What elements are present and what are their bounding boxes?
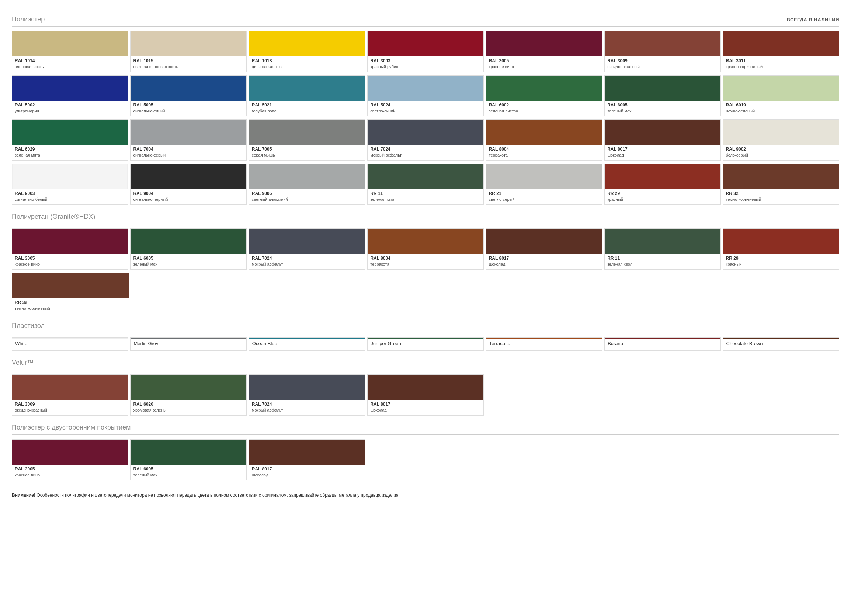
notice-bold: Внимание! (12, 493, 35, 498)
velur-title: Velur™ (12, 359, 33, 367)
color-info: RAL 7024мокрый асфальт (249, 254, 365, 269)
color-swatch (723, 75, 839, 100)
color-card: RAL 1014слоновая кость (12, 31, 128, 72)
color-info: RAL 3011красно-коричневый (723, 56, 839, 72)
color-name: красный (726, 262, 836, 267)
color-name: сигнально-белый (15, 197, 125, 202)
color-card: RAL 8017шоколад (604, 119, 720, 160)
color-info: RAL 7024мокрый асфальт (368, 145, 483, 160)
plastizol-label: Chocolate Brown (726, 341, 763, 346)
color-code: RAL 7005 (252, 147, 362, 153)
color-info: RAL 7004сигнально-серый (131, 145, 246, 160)
color-name: слоновая кость (15, 64, 125, 69)
color-swatch (249, 439, 365, 465)
color-info: RAL 6020хромовая зелень (131, 400, 246, 415)
color-card: RAL 3003красный рубин (367, 31, 483, 72)
color-swatch (12, 31, 128, 56)
color-swatch (486, 229, 602, 254)
color-swatch (368, 120, 483, 145)
plastizol-info: Merlin Grey (131, 339, 246, 351)
color-name: шоколад (252, 472, 362, 478)
color-row: RAL 3009оксидно-красныйRAL 6020хромовая … (12, 374, 839, 415)
color-swatch (12, 229, 128, 254)
color-card: RAL 9002бело-серый (723, 119, 839, 160)
color-code: RAL 8004 (489, 147, 599, 153)
color-card: RAL 8004терракота (367, 228, 483, 270)
color-code: RAL 1014 (15, 58, 125, 64)
polyester-double-grid: RAL 3005красное виноRAL 6005зеленый мохR… (12, 439, 839, 480)
color-code: RR 32 (15, 300, 126, 306)
color-card: RAL 8004терракота (486, 119, 602, 160)
color-row: RAL 6029зеленая мятаRAL 7004сигнально-се… (12, 119, 839, 160)
color-name: зеленый мох (133, 472, 244, 478)
color-name: светло-серый (489, 197, 599, 202)
color-name: зеленый мох (133, 262, 244, 267)
color-code: RR 32 (726, 191, 836, 197)
color-name: светлая слоновая кость (133, 64, 244, 69)
color-row: RAL 1014слоновая костьRAL 1015светлая сл… (12, 31, 839, 72)
color-card: RR 11зеленая хвоя (367, 163, 483, 205)
color-swatch (368, 75, 483, 100)
color-name: темно-коричневый (726, 197, 836, 202)
color-name: шоколад (489, 262, 599, 267)
color-info: RAL 1018цинково-желтый (249, 56, 365, 72)
color-card: RR 32темно-коричневый (723, 163, 839, 205)
color-card: RAL 9004сигнально-черный (130, 163, 246, 205)
color-card: RAL 5005сигнально-синий (130, 75, 246, 117)
color-info: RAL 1014слоновая кость (12, 56, 128, 72)
color-card: RAL 7024мокрый асфальт (367, 119, 483, 160)
color-swatch (486, 164, 602, 189)
color-code: RAL 1015 (133, 58, 244, 64)
color-info: RAL 6019нежно-зеленый (723, 100, 839, 116)
color-card: RR 29красный (604, 163, 720, 205)
polyurethane-section-header: Полиуретан (Granite®HDX) (12, 213, 839, 221)
plastizol-card: White (12, 337, 128, 351)
color-code: RAL 9002 (726, 147, 836, 153)
color-info: RAL 5024светло-синий (368, 100, 483, 116)
color-name: светлый алюминий (252, 197, 362, 202)
plastizol-card: Ocean Blue (249, 337, 365, 351)
color-info: RAL 8017шоколад (486, 254, 602, 269)
color-row: RR 32темно-коричневый (12, 273, 129, 314)
color-card: RR 21светло-серый (486, 163, 602, 205)
polyester-grid: RAL 1014слоновая костьRAL 1015светлая сл… (12, 31, 839, 205)
color-info: RAL 8017шоколад (249, 465, 365, 480)
color-name: мокрый асфальт (370, 153, 480, 158)
color-row: RAL 5002ультрамаринRAL 5005сигнально-син… (12, 75, 839, 117)
plastizol-section-header: Пластизол (12, 322, 839, 330)
color-info: RAL 6005зеленый мох (131, 254, 246, 269)
color-code: RAL 3005 (489, 58, 599, 64)
color-card: RAL 7024мокрый асфальт (249, 228, 365, 270)
color-name: оксидно-красный (15, 408, 125, 413)
plastizol-info: Terracotta (486, 339, 602, 351)
color-code: RAL 5024 (370, 102, 480, 108)
color-info: RAL 9003сигнально-белый (12, 189, 128, 204)
color-code: RAL 9004 (133, 191, 244, 197)
color-info: RAL 9004сигнально-черный (131, 189, 246, 204)
color-info: RAL 3005красное вино (486, 56, 602, 72)
color-name: мокрый асфальт (252, 408, 362, 413)
color-code: RAL 3009 (15, 402, 125, 408)
color-card: RAL 7005серая мышь (249, 119, 365, 160)
color-info: RAL 8017шоколад (368, 400, 483, 415)
color-swatch (368, 31, 483, 56)
color-card: RAL 3005красное вино (12, 228, 128, 270)
color-name: темно-коричневый (15, 306, 126, 311)
color-code: RAL 5002 (15, 102, 125, 108)
color-name: зеленая листва (489, 108, 599, 114)
color-name: сигнально-синий (133, 108, 244, 114)
color-info: RAL 6002зеленая листва (486, 100, 602, 116)
color-code: RAL 9006 (252, 191, 362, 197)
color-card: RAL 5002ультрамарин (12, 75, 128, 117)
color-card: RAL 8017шоколад (486, 228, 602, 270)
color-info: RAL 9002бело-серый (723, 145, 839, 160)
color-card: RAL 8017шоколад (249, 439, 365, 480)
plastizol-divider (12, 333, 839, 333)
color-swatch (605, 229, 720, 254)
plastizol-label: Juniper Green (371, 341, 401, 346)
color-swatch (12, 120, 128, 145)
color-code: RAL 6020 (133, 402, 244, 408)
polyurethane-title: Полиуретан (Granite®HDX) (12, 213, 96, 221)
color-code: RAL 8017 (370, 402, 480, 408)
polyester-double-divider (12, 435, 839, 435)
